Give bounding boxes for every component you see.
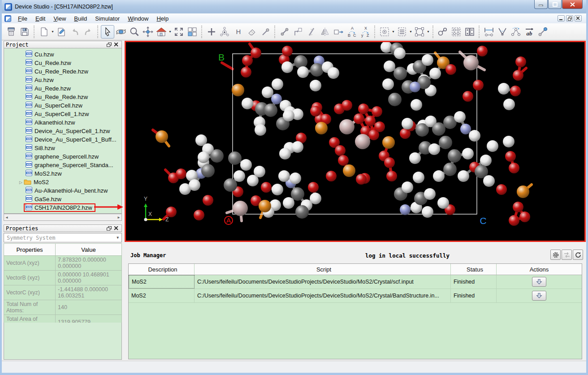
home-dropdown-icon[interactable]: ▼ [168,25,172,39]
new-file-icon[interactable] [37,25,51,39]
tree-item-au-rede-rede-hzw[interactable]: HZWAu_Rede_Rede.hzw [4,93,121,101]
tree-item-au-alkanethiol-au-bent-hzw[interactable]: HZWAu-Alkanethiol-Au_bent.hzw [4,186,121,195]
move-cell-icon[interactable] [332,25,345,39]
mirror-icon[interactable] [318,25,332,39]
mdi-minimize-button[interactable] [558,15,565,22]
measure-distance-icon[interactable] [482,25,496,39]
float-panel-icon[interactable] [105,225,112,232]
swap-axes-xyz-icon[interactable]: yZX [359,25,372,39]
home-view-icon[interactable] [155,25,168,39]
float-panel-icon[interactable] [105,42,112,48]
tree-item-alkanethiol-hzw[interactable]: HZWAlkanethiol.hzw [4,118,121,127]
tree-item-cu-hzw[interactable]: HZWCu.hzw [4,50,121,59]
maximize-button[interactable] [548,0,562,9]
build-bonds-icon[interactable] [436,25,450,39]
save-icon[interactable] [18,25,31,39]
document-icon[interactable] [4,15,11,22]
select-atoms-icon[interactable] [378,25,391,39]
project-tree[interactable]: HZWCu.hzwHZWCu_Rede.hzwHZWCu_Rede_Rede.h… [4,48,122,214]
tree-item-au-hzw[interactable]: HZWAu.hzw [4,76,121,84]
download-button[interactable] [532,277,546,287]
atom-O [166,207,177,217]
menu-file[interactable]: File [14,14,31,23]
close-button[interactable] [562,0,583,9]
job-row[interactable]: MoS2C:/Users/feifeilu/Documents/DeviceSt… [129,289,582,303]
mdi-close-button[interactable] [575,15,582,22]
clean-geometry-icon[interactable] [305,25,318,39]
job-settings-button[interactable] [550,250,561,260]
minimize-button[interactable] [534,0,548,9]
tree-item-gase-hzw[interactable]: HZWGaSe.hzw [4,195,121,203]
tree-item-graphene-supercell-standa-[interactable]: HZWgraphene_Supercell_Standa... [4,161,121,169]
tree-item-device-au-supercell-1-hzw[interactable]: HZWDevice_Au_SuperCell_1.hzw [4,127,121,135]
bond-tool-icon[interactable] [259,25,272,39]
menu-build[interactable]: Build [70,14,91,23]
swap-lattice-abc-icon[interactable]: BCA [345,25,359,39]
menu-help[interactable]: Help [152,14,173,23]
menu-view[interactable]: View [49,14,70,23]
measure-angle-icon[interactable] [496,25,509,39]
tree-item-mos2-hzw[interactable]: HZWMoS2.hzw [4,169,121,178]
select-layers-dropdown-icon[interactable]: ▼ [409,25,413,39]
property-row[interactable]: Total Num of Atoms:140 [4,300,122,315]
eraser-icon[interactable] [245,25,259,39]
expand-arrow-icon[interactable]: ▷ [19,180,22,185]
add-fragment-icon[interactable] [218,25,232,39]
scroll-left-icon[interactable]: ◄ [5,216,9,220]
menu-simulator[interactable]: Simulator [91,14,124,23]
tile-windows-icon[interactable] [186,25,199,39]
tree-item-mos2[interactable]: ▷MoS2 [4,178,121,186]
tree-item-au-rede-hzw[interactable]: HZWAu_Rede.hzw [4,84,121,93]
tree-item-si8-hzw[interactable]: HZWSi8.hzw [4,144,121,152]
printer-icon[interactable] [4,25,18,39]
symmetry-system-select[interactable]: Symmetry System ▼ [4,233,122,242]
property-row[interactable]: VectorB (xyz)0.000000 10.468901 0.000000 [4,271,122,285]
atom-C [294,55,307,69]
close-panel-icon[interactable] [112,225,120,232]
build-crystal-icon[interactable] [463,25,476,39]
close-panel-icon[interactable] [112,42,120,48]
tree-item-device-au-supercell-1-buff-[interactable]: HZWDevice_Au_SuperCell_1_Buff... [4,135,121,144]
property-row[interactable]: VectorC (xyz)-1.441488 0.000000 16.00325… [4,285,122,300]
atom-O [241,67,251,78]
job-refresh-button[interactable] [573,250,583,260]
bond-length-icon[interactable] [536,25,549,39]
mdi-restore-button[interactable] [566,15,573,22]
build-supercell-icon[interactable] [450,25,463,39]
structure-viewport[interactable]: BCAYZX [125,41,586,242]
tree-item-au-supercell-1-hzw[interactable]: HZWAu_SuperCell_1.hzw [4,110,121,118]
download-button[interactable] [532,291,546,301]
select-atoms-dropdown-icon[interactable]: ▼ [391,25,395,39]
scroll-right-icon[interactable]: ► [117,216,121,220]
tree-item-cu-rede-rede-hzw[interactable]: HZWCu_Rede_Rede.hzw [4,67,121,76]
atom-O [374,121,385,132]
tree-item-graphene-supercell-hzw[interactable]: HZWgraphene_Supercell.hzw [4,152,121,161]
vector-ab-icon[interactable]: ab [523,25,536,39]
export-icon[interactable] [55,25,68,39]
attach-square-icon[interactable] [291,25,305,39]
select-layers-icon[interactable] [395,25,409,39]
job-row[interactable]: MoS2C:/Users/feifeilu/Documents/DeviceSt… [129,275,582,289]
select-cell-dropdown-icon[interactable]: ▼ [426,25,430,39]
bond-stick-icon[interactable] [278,25,291,39]
menu-window[interactable]: Window [124,14,152,23]
new-file-dropdown-icon[interactable]: ▼ [51,25,55,39]
job-transfer-button[interactable] [562,250,572,260]
tree-item-cu-rede-hzw[interactable]: HZWCu_Rede.hzw [4,59,121,67]
select-cursor-icon[interactable] [101,25,114,39]
menu-edit[interactable]: Edit [31,14,49,23]
zoom-view-icon[interactable] [128,25,141,39]
svg-text:ab: ab [527,30,533,37]
add-hydrogen-icon[interactable]: H [232,25,245,39]
fit-view-icon[interactable] [172,25,186,39]
project-tree-horizontal-scrollbar[interactable]: ◄ ► [4,214,122,221]
redo-icon[interactable] [82,25,95,39]
tree-item-au-supercell-hzw[interactable]: HZWAu_SuperCell.hzw [4,101,121,110]
measure-dihedral-icon[interactable] [509,25,523,39]
select-cell-icon[interactable] [413,25,426,39]
property-row[interactable]: VectorA (xyz)7.878320 0.000000 0.000000 [4,256,122,271]
undo-icon[interactable] [68,25,82,39]
pan-view-icon[interactable] [141,25,155,39]
add-atom-icon[interactable] [205,25,218,39]
rotate-view-icon[interactable] [114,25,128,39]
